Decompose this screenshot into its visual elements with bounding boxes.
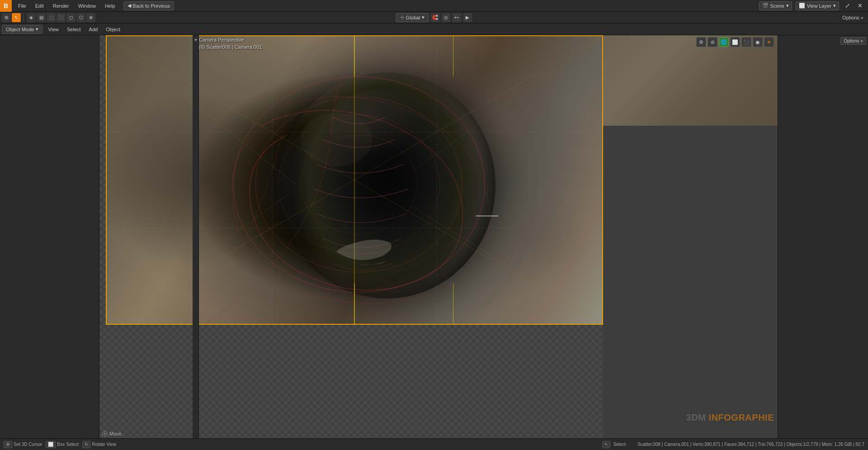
mode-icon-4[interactable]: ▤: [37, 13, 46, 22]
left-sidebar: [0, 35, 99, 438]
brand-prefix: 3DM: [686, 412, 706, 422]
mode-icon-5[interactable]: ⬚: [47, 13, 56, 22]
scene-label: Scene: [770, 3, 784, 9]
mode-dropdown-icon: ▾: [36, 26, 38, 32]
scene-icon: 🎬: [762, 3, 769, 9]
select-label: Select: [613, 442, 626, 447]
camera-perspective-label: Camera Perspective: [199, 37, 244, 43]
scene-dropdown-icon: ▾: [786, 3, 789, 9]
select-menu-item[interactable]: Select: [64, 25, 84, 34]
select-key[interactable]: ↖: [602, 441, 610, 448]
status-right: ↖ Select Scatter.008 | Camera.001 | Vert…: [602, 441, 864, 448]
status-bar: ⚙ Set 3D Cursor ⬜ Box Select ↻ Rotate Vi…: [0, 438, 868, 450]
move-label: Move: [109, 431, 122, 436]
object-menu-item[interactable]: Object: [103, 25, 123, 34]
svg-line-18: [107, 189, 296, 324]
tool-strip-arrow: ▶: [193, 39, 198, 42]
object-mode-selector[interactable]: Object Mode ▾: [2, 25, 42, 34]
toolbar-sep-1: [24, 14, 24, 22]
rotate-label: Rotate View: [92, 442, 116, 447]
viewport-shading-solid[interactable]: ⬛: [741, 37, 751, 47]
panel-options-button[interactable]: Options »: [840, 37, 866, 45]
status-item-rotate: ↻ Rotate View: [82, 441, 116, 448]
rotate-key[interactable]: ↻: [82, 441, 90, 448]
back-to-previous-button[interactable]: ◀ Back to Previous: [123, 1, 175, 10]
svg-line-19: [413, 36, 601, 171]
blender-logo: B: [0, 0, 12, 12]
options-text: Options »: [844, 38, 863, 43]
mode-bar: Object Mode ▾ View Select Add Object: [0, 24, 868, 35]
mode-icon-6[interactable]: ⬛: [57, 13, 66, 22]
status-item-cursor: ⚙ Set 3D Cursor: [4, 441, 42, 448]
transform-icon: ⊹: [400, 14, 404, 20]
snap-button[interactable]: 🧲: [430, 13, 439, 22]
header-right: 🎬 Scene ▾ ⬜ View Layer ▾ ⤢ ✕: [759, 1, 868, 10]
viewport-overlay-controls: ⚙ ⊘ 🌐 ⬜ ⬛ ◉ ☀: [696, 37, 774, 47]
brand-watermark: 3DM INFOGRAPHIE: [686, 412, 774, 423]
mode-icon-3[interactable]: ◈: [27, 13, 36, 22]
snap-options[interactable]: ⊷: [452, 13, 461, 22]
proportional-edit-button[interactable]: ◎: [441, 13, 450, 22]
mode-icon-9[interactable]: ⊕: [86, 13, 95, 22]
move-indicator: ✛ Move: [102, 431, 122, 436]
mode-icon-1[interactable]: ⊞: [2, 13, 11, 22]
mode-icon-8[interactable]: ⬡: [76, 13, 85, 22]
top-header: B File Edit Render Window Help ◀ Back to…: [0, 0, 868, 12]
camera-object-label: (6) Scatter008 | Camera.001: [199, 44, 262, 50]
cursor-key[interactable]: ⚙: [4, 441, 12, 448]
layer-icon: ⬜: [799, 3, 805, 9]
add-menu-item[interactable]: Add: [86, 25, 101, 34]
header-menus: File Edit Render Window Help ◀ Back to P…: [14, 0, 174, 11]
view-menu-item[interactable]: View: [45, 25, 61, 34]
viewport-shading-btn-3[interactable]: 🌐: [719, 37, 729, 47]
view-layer-selector[interactable]: ⬜ View Layer ▾: [796, 1, 839, 10]
close-button[interactable]: ✕: [855, 1, 864, 10]
layer-dropdown-icon: ▾: [833, 3, 836, 9]
viewport-shading-rendered[interactable]: ☀: [764, 37, 774, 47]
viewport-3d[interactable]: Camera Perspective (6) Scatter008 | Came…: [99, 35, 778, 438]
edit-menu[interactable]: Edit: [31, 0, 48, 11]
right-panel: Options »: [778, 35, 868, 438]
svg-line-17: [413, 207, 601, 324]
scene-selector[interactable]: 🎬 Scene ▾: [759, 1, 792, 10]
main-area: Camera Perspective (6) Scatter008 | Came…: [0, 35, 868, 438]
viewport-shading-btn-1[interactable]: ⚙: [696, 37, 706, 47]
move-icon: ✛: [102, 431, 108, 436]
back-label: Back to Previous: [133, 3, 170, 9]
viewport-shading-material[interactable]: ◉: [753, 37, 763, 47]
transform-space-selector[interactable]: ⊹ Global ▾: [396, 13, 429, 22]
transform-dropdown-icon: ▾: [422, 14, 425, 20]
boxselect-key[interactable]: ⬜: [46, 441, 56, 448]
left-tool-strip: ▶: [193, 35, 199, 438]
mode-icons: ⊞ ↖ ◈ ▤ ⬚ ⬛ ◻ ⬡ ⊕: [2, 13, 95, 22]
viewport-shading-btn-4[interactable]: ⬜: [730, 37, 740, 47]
camera-view: [106, 35, 603, 325]
second-toolbar: ⊞ ↖ ◈ ▤ ⬚ ⬛ ◻ ⬡ ⊕ ⊹ Global ▾ 🧲 ◎ ⊷ ▶ Opt…: [0, 12, 868, 24]
fullscreen-button[interactable]: ⤢: [843, 1, 852, 10]
options-label[interactable]: Options »: [840, 14, 866, 21]
render-menu[interactable]: Render: [48, 0, 74, 11]
transform-label: Global: [406, 15, 420, 20]
back-icon: ◀: [127, 3, 131, 9]
status-left: ⚙ Set 3D Cursor ⬜ Box Select ↻ Rotate Vi…: [4, 441, 116, 448]
layer-label: View Layer: [807, 3, 831, 9]
cursor-label: Set 3D Cursor: [14, 442, 42, 447]
stats-text: Scatter.008 | Camera.001 | Verts:390,871…: [637, 442, 864, 447]
viewport-shading-btn-2[interactable]: ⊘: [708, 37, 717, 47]
help-menu[interactable]: Help: [100, 0, 120, 11]
anim-button[interactable]: ▶: [463, 13, 472, 22]
svg-point-20: [301, 113, 373, 166]
mode-icon-7[interactable]: ◻: [66, 13, 75, 22]
status-item-boxselect: ⬜ Box Select: [46, 441, 79, 448]
center-controls: ⊹ Global ▾ 🧲 ◎ ⊷ ▶: [396, 13, 472, 22]
toolbar-right: Options »: [840, 14, 866, 21]
brand-suffix: INFOGRAPHIE: [709, 412, 774, 422]
mode-icon-2[interactable]: ↖: [12, 13, 21, 22]
below-camera-right: [603, 35, 778, 126]
boxselect-label: Box Select: [57, 442, 79, 447]
wireframe-svg: [107, 36, 602, 324]
mode-label: Object Mode: [6, 27, 34, 32]
file-menu[interactable]: File: [14, 0, 31, 11]
window-menu[interactable]: Window: [74, 0, 100, 11]
